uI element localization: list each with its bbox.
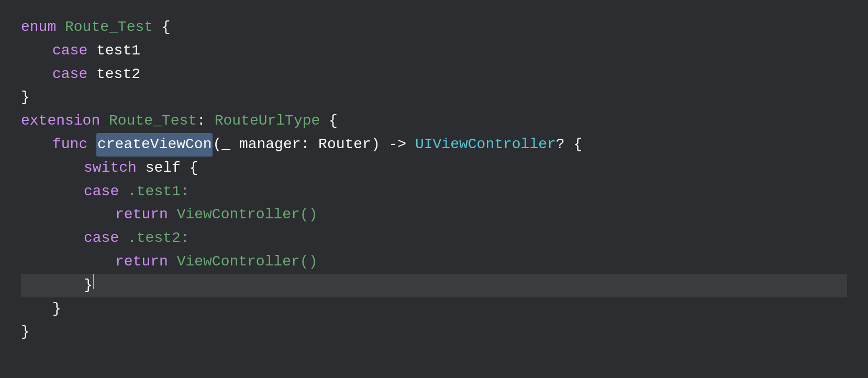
- code-line-3: case test2: [21, 63, 847, 86]
- keyword-case: case: [52, 39, 96, 63]
- type-router: Router: [318, 133, 371, 157]
- param-colon: :: [301, 133, 319, 157]
- code-line-12: }: [21, 274, 847, 297]
- code-editor: enum Route_Test { case test1 case test2 …: [21, 16, 847, 344]
- code-line-1: enum Route_Test {: [21, 16, 847, 39]
- optional-brace: ? {: [556, 133, 582, 157]
- keyword-extension: extension: [21, 109, 109, 133]
- brace-open-2: {: [320, 109, 338, 133]
- identifier-route-test: Route_Test: [65, 16, 153, 39]
- keyword-switch: switch: [84, 157, 146, 180]
- keyword-return-2: return: [115, 250, 177, 274]
- brace-close: }: [21, 86, 30, 109]
- method-createviewcon: createViewCon: [97, 136, 212, 152]
- method-params: (_: [213, 133, 239, 157]
- code-line-6: func createViewCon(_ manager: Router) ->…: [21, 133, 847, 157]
- arrow: ) ->: [371, 133, 415, 157]
- keyword-func: func: [52, 133, 96, 157]
- call-viewcontroller-1: ViewController(): [177, 203, 318, 227]
- identifier-route-test-2: Route_Test: [109, 109, 197, 133]
- code-line-8: case .test1:: [21, 180, 847, 204]
- keyword-case-3: case: [84, 227, 128, 250]
- brace-close-extension: }: [21, 320, 30, 344]
- keyword-enum: enum: [21, 16, 65, 39]
- call-viewcontroller-2: ViewController(): [177, 250, 318, 274]
- brace-open: {: [153, 16, 171, 39]
- code-line-10: case .test2:: [21, 227, 847, 250]
- brace-open-3: {: [190, 157, 198, 180]
- code-line-4: }: [21, 86, 847, 109]
- case-dot-test1: .test1:: [128, 180, 190, 204]
- case-test1: test1: [96, 39, 140, 63]
- code-line-13: }: [21, 297, 847, 321]
- type-uiviewcontroller: UIViewController: [415, 133, 556, 157]
- code-line-14: }: [21, 320, 847, 344]
- case-test2: test2: [96, 63, 140, 86]
- keyword-return: return: [115, 203, 177, 227]
- keyword-case: case: [52, 63, 96, 86]
- brace-close-func: }: [52, 297, 61, 321]
- case-dot-test2: .test2:: [128, 227, 190, 250]
- code-line-11: return ViewController(): [21, 250, 847, 274]
- brace-close-inner: }: [84, 274, 93, 297]
- code-line-5: extension Route_Test: RouteUrlType {: [21, 109, 847, 133]
- text-cursor: [93, 274, 94, 289]
- code-line-7: switch self {: [21, 157, 847, 180]
- code-line-2: case test1: [21, 39, 847, 63]
- keyword-self: self: [146, 157, 190, 180]
- code-line-9: return ViewController(): [21, 203, 847, 227]
- keyword-case-2: case: [84, 180, 128, 204]
- param-manager: manager: [239, 133, 301, 157]
- highlighted-method-name: createViewCon: [96, 133, 213, 157]
- identifier-routeurltype: RouteUrlType: [215, 109, 320, 133]
- colon: :: [197, 109, 215, 133]
